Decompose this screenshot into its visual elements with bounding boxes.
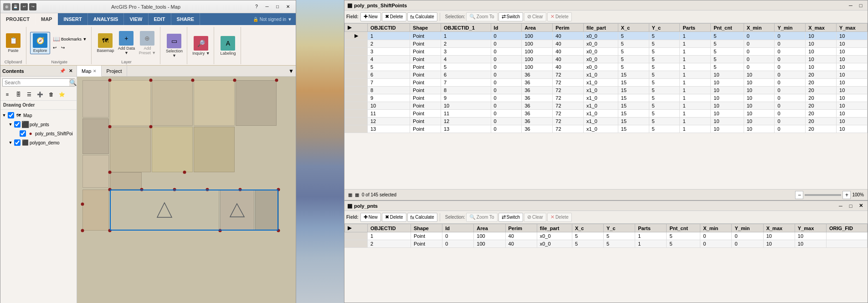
bottom-col-yc[interactable]: Y_c	[604, 224, 635, 232]
bottom-col-filepart[interactable]: file_part	[537, 224, 572, 232]
table-row[interactable]: 2Point010040x0_05515001010	[345, 240, 868, 248]
table-row[interactable]: 12Point1203672x1_01551101002010	[345, 118, 868, 125]
bottom-table-close[interactable]: ✕	[857, 202, 865, 210]
tree-item-map[interactable]: ▼ 🗺 Map	[1, 111, 76, 120]
table-row[interactable]: 9Point903672x1_01551101002010	[345, 94, 868, 102]
bottom-zoom-to-button[interactable]: 🔍 Zoom To	[466, 213, 498, 222]
search-button[interactable]: 🔍	[69, 79, 77, 86]
table-row[interactable]: ▶1Point1010040x0_05515001010	[345, 32, 868, 40]
bottom-col-objectid[interactable]: OBJECTID	[368, 224, 411, 232]
table-row[interactable]: 2Point2010040x0_05515001010	[345, 40, 868, 48]
shift-checkbox[interactable]	[20, 130, 26, 137]
switch-button[interactable]: ⇄ Switch	[498, 12, 523, 21]
table-row[interactable]: 4Point4010040x0_05515001010	[345, 56, 868, 63]
help-button[interactable]: ?	[252, 2, 262, 11]
search-input[interactable]	[3, 79, 69, 86]
table-row[interactable]: 10Point1003672x1_01551101002010	[345, 102, 868, 110]
back-button[interactable]: ↩	[51, 44, 58, 51]
zoom-slider[interactable]	[805, 194, 841, 196]
zoom-out-button[interactable]: −	[795, 191, 803, 199]
bottom-clear-button[interactable]: ⊘ Clear	[524, 213, 546, 222]
col-parts[interactable]: Parts	[680, 24, 711, 32]
col-xmax[interactable]: X_max	[806, 24, 837, 32]
tree-item-poly-pnts[interactable]: ▼ ⬛ poly_pnts	[1, 120, 76, 129]
tab-analysis[interactable]: ANALYSIS	[88, 13, 124, 25]
tab-view[interactable]: VIEW	[124, 13, 148, 25]
tab-project[interactable]: PROJECT	[0, 13, 36, 25]
star-tool[interactable]: ⭐	[57, 89, 67, 99]
tab-insert[interactable]: INSERT	[58, 13, 87, 25]
tab-edit[interactable]: EDIT	[149, 13, 171, 25]
col-perim[interactable]: Perim	[553, 24, 584, 32]
bookmarks-button[interactable]: 📖 Bookmarks ▼	[51, 35, 88, 43]
add-data-button[interactable]: + Add Data ▼	[116, 30, 136, 56]
top-attr-table[interactable]: ▶ OBJECTID Shape OBJECTID_1 Id Area Peri…	[344, 23, 868, 189]
delete-selected-button[interactable]: ✕ Delete	[547, 12, 572, 21]
paste-button[interactable]: 📋 Paste	[3, 32, 23, 54]
bottom-col-origfid[interactable]: ORIG_FID	[827, 224, 868, 232]
bottom-col-ymin[interactable]: Y_min	[732, 224, 763, 232]
bottom-switch-button[interactable]: ⇄ Switch	[498, 213, 523, 222]
new-field-button[interactable]: ✚ New	[360, 12, 381, 21]
col-ymax[interactable]: Y_max	[837, 24, 868, 32]
basemap-button[interactable]: 🗺 Basemap	[95, 32, 115, 54]
poly-pnts-checkbox[interactable]	[14, 121, 21, 128]
zoom-to-button[interactable]: 🔍 Zoom To	[466, 12, 498, 21]
calculate-button[interactable]: fx Calculate	[407, 12, 437, 21]
window-controls[interactable]: ? ─ □ ✕	[252, 2, 293, 11]
table-row[interactable]: 1Point010040x0_05515001010	[345, 232, 868, 240]
map-tab-project[interactable]: Project	[102, 66, 127, 77]
col-ymin[interactable]: Y_min	[775, 24, 806, 32]
polygon-demo-checkbox[interactable]	[14, 139, 21, 146]
table-row[interactable]: 11Point1103672x1_01551101002010	[345, 110, 868, 118]
bottom-attr-table[interactable]: ▶ OBJECTID Shape Id Area Perim file_part…	[344, 224, 868, 292]
col-objectid1[interactable]: OBJECTID_1	[441, 24, 491, 32]
close-button[interactable]: ✕	[283, 2, 293, 11]
pin-button[interactable]: 📌	[58, 67, 67, 75]
bottom-col-id[interactable]: Id	[442, 224, 474, 232]
maximize-button[interactable]: □	[272, 2, 282, 11]
top-table-minimize[interactable]: ─	[847, 1, 855, 10]
col-shape[interactable]: Shape	[410, 24, 441, 32]
table-row[interactable]: 5Point5010040x0_05515001010	[345, 63, 868, 71]
bottom-col-xc[interactable]: X_c	[572, 224, 603, 232]
inquiry-button[interactable]: 🔎 Inquiry ▼	[191, 35, 211, 56]
map-tab-map[interactable]: Map ✕	[77, 66, 102, 77]
bottom-delete-sel-button[interactable]: ✕ Delete	[547, 213, 572, 222]
list-by-selection-tool[interactable]: ☰	[24, 89, 34, 99]
labeling-button[interactable]: A Labeling	[218, 35, 238, 56]
top-table-maximize[interactable]: □	[857, 1, 865, 10]
col-file-part[interactable]: file_part	[584, 24, 618, 32]
col-yc[interactable]: Y_c	[649, 24, 680, 32]
tab-map[interactable]: MAP	[36, 13, 58, 25]
bottom-col-parts[interactable]: Parts	[635, 224, 667, 232]
list-by-data-source-tool[interactable]: 🗄	[13, 89, 23, 99]
table-row[interactable]: 7Point703672x1_01551101002010	[345, 79, 868, 87]
col-id[interactable]: Id	[491, 24, 522, 32]
map-options-button[interactable]: ▼	[287, 66, 296, 76]
bottom-calculate-button[interactable]: fx Calculate	[407, 213, 437, 222]
contents-close-button[interactable]: ✕	[67, 67, 75, 75]
bottom-col-ymax[interactable]: Y_max	[795, 224, 826, 232]
tab-share[interactable]: SHARE	[171, 13, 200, 25]
map-checkbox[interactable]	[8, 112, 14, 118]
table-row[interactable]: 8Point803672x1_01551101002010	[345, 87, 868, 94]
bottom-table-maximize[interactable]: □	[847, 202, 855, 210]
col-xmin[interactable]: X_min	[744, 24, 775, 32]
table-row[interactable]: 6Point603672x1_01551101002010	[345, 71, 868, 79]
bottom-new-button[interactable]: ✚ New	[360, 213, 381, 222]
col-pntcnt[interactable]: Pnt_cnt	[711, 24, 744, 32]
remove-layer-tool[interactable]: 🗑	[46, 89, 56, 99]
tree-item-poly-pnts-shift[interactable]: ● poly_pnts_ShiftPoi	[1, 129, 76, 138]
table-row[interactable]: 13Point1303672x1_01551101002010	[345, 125, 868, 133]
bottom-col-pntcnt[interactable]: Pnt_cnt	[667, 224, 700, 232]
forward-button[interactable]: ↪	[59, 44, 67, 51]
bottom-col-shape[interactable]: Shape	[411, 224, 442, 232]
tree-item-polygon-demo[interactable]: ▼ ⬛ polygon_demo	[1, 138, 76, 147]
col-area[interactable]: Area	[522, 24, 553, 32]
map-view[interactable]	[77, 77, 296, 303]
bottom-delete-button[interactable]: ✖ Delete	[382, 213, 406, 222]
bottom-col-perim[interactable]: Perim	[505, 224, 537, 232]
col-objectid[interactable]: OBJECTID	[368, 24, 410, 32]
col-xc[interactable]: X_c	[618, 24, 649, 32]
